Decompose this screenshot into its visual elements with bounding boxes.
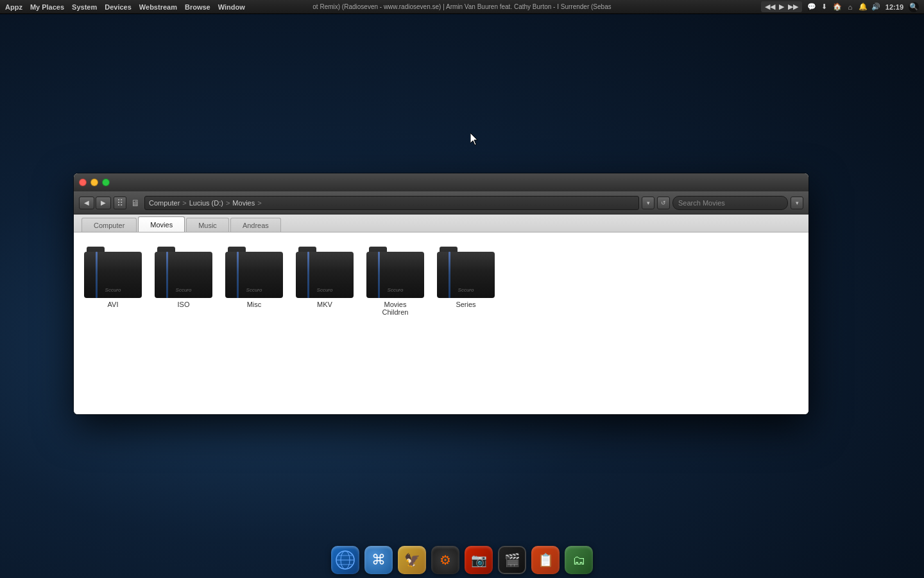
folder-sheen	[84, 252, 142, 271]
dock-item-bird[interactable]: 🦅	[397, 545, 427, 575]
folder-movies-children-icon: Sccuro	[366, 247, 424, 298]
menu-system[interactable]: System	[72, 3, 97, 11]
folder-brand-label: Sccuro	[155, 287, 212, 293]
system-icons: 💬 ⬇ 🏠 ⌂ 🔔 🔊	[807, 3, 880, 12]
folder-body: Sccuro	[155, 252, 212, 298]
search-placeholder: Search Movies	[678, 199, 725, 207]
close-button[interactable]	[79, 179, 87, 186]
play-btn[interactable]: ▶	[778, 3, 785, 11]
folder-grid: Sccuro AVI Sccuro ISO	[84, 243, 798, 320]
view-toggle-button[interactable]: ⠿	[114, 197, 126, 209]
menu-my-places[interactable]: My Places	[30, 3, 64, 11]
folder-iso[interactable]: Sccuro ISO	[155, 243, 212, 320]
breadcrumb-lucius[interactable]: Lucius (D:)	[189, 199, 223, 207]
maximize-button[interactable]	[102, 179, 110, 186]
folder-iso-icon: Sccuro	[155, 247, 212, 298]
window-content: Sccuro AVI Sccuro ISO	[74, 232, 809, 414]
folder-avi-icon: Sccuro	[84, 247, 142, 298]
folder-brand-label: Sccuro	[84, 287, 142, 293]
folder-body: Sccuro	[225, 252, 283, 298]
folder-body: Sccuro	[437, 252, 495, 298]
speaker-icon: 🔊	[871, 3, 880, 12]
breadcrumb-sep-2: >	[226, 199, 230, 207]
dock-item-green[interactable]: 🗂	[563, 545, 594, 575]
taskbar-top: Appz My Places System Devices Webstream …	[0, 0, 924, 14]
dock-item-film[interactable]: 🎬	[497, 545, 527, 575]
tab-movies[interactable]: Movies	[138, 216, 185, 232]
dock: ⌘ 🦅 ⚙ 📷 🎬 📋 🗂	[359, 527, 565, 578]
folder-sheen	[155, 252, 212, 271]
folder-misc-label: Misc	[247, 301, 262, 308]
toolbar-dropdown-button[interactable]: ▾	[642, 197, 654, 209]
tab-computer[interactable]: Computer	[81, 218, 137, 232]
tab-music[interactable]: Music	[186, 218, 229, 232]
search-input[interactable]: Search Movies	[672, 196, 788, 210]
window-titlebar	[74, 173, 809, 191]
folder-sheen	[437, 252, 495, 271]
network-app-icon: ⌘	[364, 546, 393, 574]
folder-sheen	[296, 252, 354, 271]
home-icon: ⌂	[846, 3, 855, 12]
folder-mkv-icon: Sccuro	[296, 247, 354, 298]
folder-body: Sccuro	[296, 252, 354, 298]
folder-movies-children[interactable]: Sccuro Movies Children	[366, 243, 424, 320]
back-button[interactable]: ◀	[79, 197, 94, 209]
folder-misc[interactable]: Sccuro Misc	[225, 243, 283, 320]
menu-webstream[interactable]: Webstream	[139, 3, 177, 11]
folder-misc-icon: Sccuro	[225, 247, 283, 298]
folder-mkv[interactable]: Sccuro MKV	[296, 243, 354, 320]
breadcrumb-computer[interactable]: Computer	[149, 199, 180, 207]
breadcrumb-movies[interactable]: Movies	[232, 199, 255, 207]
toolbar-refresh-button[interactable]: ↺	[657, 197, 670, 209]
folder-series-icon: Sccuro	[437, 247, 495, 298]
taskbar-right: ◀◀ ▶ ▶▶ 💬 ⬇ 🏠 ⌂ 🔔 🔊 12:19 🔍	[761, 1, 919, 12]
folder-sheen	[225, 252, 283, 271]
taskbar-menu: Appz My Places System Devices Webstream …	[5, 3, 245, 11]
window-toolbar: ◀ ▶ ⠿ 🖥 Computer > Lucius (D:) > Movies …	[74, 191, 809, 215]
bell-icon: 🔔	[859, 3, 868, 12]
folder-brand-label: Sccuro	[437, 287, 495, 293]
camera-icon: 📷	[465, 546, 493, 574]
mouse-cursor	[470, 133, 481, 146]
prev-btn[interactable]: ◀◀	[764, 3, 776, 11]
minimize-button[interactable]	[90, 179, 98, 186]
dock-item-camera[interactable]: 📷	[463, 545, 494, 575]
breadcrumb-sep-3: >	[257, 199, 261, 207]
file-manager-window: ◀ ▶ ⠿ 🖥 Computer > Lucius (D:) > Movies …	[74, 173, 809, 414]
tab-andreas[interactable]: Andreas	[230, 218, 281, 232]
menu-window[interactable]: Window	[218, 3, 245, 11]
menu-devices[interactable]: Devices	[105, 3, 132, 11]
folder-brand-label: Sccuro	[296, 287, 354, 293]
desktop: ◀ ▶ ⠿ 🖥 Computer > Lucius (D:) > Movies …	[0, 14, 924, 527]
nav-buttons: ◀ ▶	[79, 197, 111, 209]
folder-avi-label: AVI	[108, 301, 119, 308]
forward-button[interactable]: ▶	[96, 197, 111, 209]
dark-app-icon: ⚙	[431, 546, 459, 574]
folder-body: Sccuro	[84, 252, 142, 298]
folder-iso-label: ISO	[178, 301, 190, 308]
breadcrumb-sep-1: >	[182, 199, 186, 207]
download-icon: ⬇	[820, 3, 829, 12]
menu-browse[interactable]: Browse	[185, 3, 210, 11]
dock-item-globe[interactable]	[330, 545, 361, 575]
clock: 12:19	[886, 3, 903, 11]
folder-avi[interactable]: Sccuro AVI	[84, 243, 142, 320]
dock-item-orange[interactable]: 📋	[530, 545, 561, 575]
folder-series[interactable]: Sccuro Series	[437, 243, 495, 320]
window-tabs: Computer Movies Music Andreas	[74, 215, 809, 232]
green-app-icon: 🗂	[565, 546, 593, 574]
folder-body: Sccuro	[366, 252, 424, 298]
folder-movies-children-label: Movies Children	[370, 301, 420, 316]
dock-item-dark[interactable]: ⚙	[430, 545, 461, 575]
dock-item-network[interactable]: ⌘	[363, 545, 394, 575]
chat-icon: 💬	[807, 3, 816, 12]
breadcrumb-bar: Computer > Lucius (D:) > Movies >	[144, 196, 639, 210]
folder-series-label: Series	[456, 301, 475, 308]
search-options-button[interactable]: ▾	[791, 197, 803, 209]
search-icon[interactable]: 🔍	[909, 2, 919, 12]
next-btn[interactable]: ▶▶	[787, 3, 800, 11]
bird-icon: 🦅	[398, 546, 426, 574]
menu-appz[interactable]: Appz	[5, 3, 22, 11]
network-icon: 🏠	[833, 3, 842, 12]
globe-icon	[331, 546, 359, 574]
